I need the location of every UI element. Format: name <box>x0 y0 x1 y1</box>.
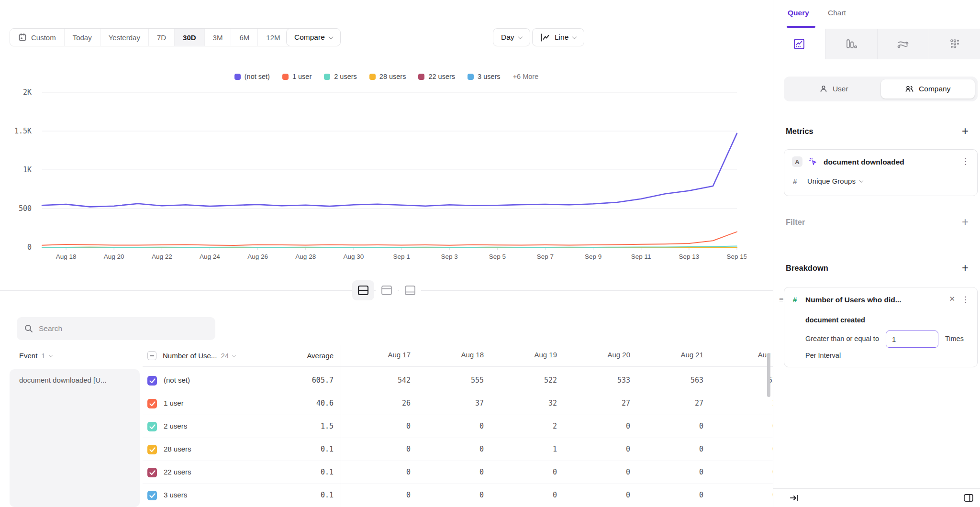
check-icon <box>149 470 156 475</box>
legend-swatch <box>324 74 330 80</box>
table-row: (not set)605.754255552253356353 <box>143 369 773 392</box>
tab-chart[interactable]: Chart <box>828 9 846 17</box>
date-column-header[interactable]: Aug 19 <box>490 351 563 359</box>
x-axis-label: Sep 3 <box>441 253 458 260</box>
breakdown-menu-button[interactable]: ⋮ <box>961 296 969 304</box>
x-axis-label: Aug 28 <box>295 253 316 260</box>
breakdown-event-name[interactable]: document created <box>805 316 865 324</box>
group-column-header[interactable]: Number of Use... 24 <box>163 352 235 360</box>
range-label: 6M <box>239 33 249 42</box>
app-root: CustomTodayYesterday7D30D3M6M12MXTD Comp… <box>0 0 980 507</box>
row-value-cell: 0 <box>709 491 773 499</box>
range-button-yesterday[interactable]: Yesterday <box>100 29 148 46</box>
chart-type-tab-matrix[interactable] <box>929 29 980 59</box>
chart-only-view-button[interactable] <box>376 280 398 300</box>
calendar-icon <box>18 33 27 42</box>
row-value-cell: 0 <box>416 491 490 499</box>
range-button-7d[interactable]: 7D <box>148 29 174 46</box>
x-axis-label: Sep 15 <box>727 253 746 260</box>
row-checkbox[interactable] <box>147 376 157 386</box>
range-button-12m[interactable]: 12M <box>257 29 288 46</box>
tab-query[interactable]: Query <box>788 9 809 17</box>
add-filter-button[interactable]: + <box>962 216 969 228</box>
row-value-cell: 0 <box>709 422 773 430</box>
table-scrollbar[interactable] <box>767 353 770 397</box>
event-column-header[interactable]: Event 1 <box>19 352 52 360</box>
group-header-label: Number of Use... <box>163 352 217 360</box>
row-checkbox[interactable] <box>147 445 157 454</box>
measure-selector[interactable]: Unique Groups <box>807 177 863 185</box>
table-only-view-button[interactable] <box>399 280 421 300</box>
breakdown-section-title: Breakdown <box>786 264 828 273</box>
chevron-down-icon <box>232 353 236 357</box>
legend-item[interactable]: 22 users <box>418 73 455 80</box>
range-button-3m[interactable]: 3M <box>204 29 231 46</box>
row-value-cell: 0 <box>563 491 636 499</box>
chart-type-tab-flow[interactable] <box>877 29 929 59</box>
date-column-header[interactable]: Aug 17 <box>343 351 416 359</box>
date-column-header[interactable]: Aug 2 <box>709 351 773 359</box>
event-cursor-icon <box>808 157 818 166</box>
legend-item[interactable]: (not set) <box>234 73 270 80</box>
chart-type-tab-line[interactable] <box>773 29 825 59</box>
metric-card[interactable]: A document downloaded ⋮ # Unique Groups <box>784 149 978 196</box>
search-box <box>17 317 215 340</box>
legend-item[interactable]: 28 users <box>369 73 406 80</box>
add-breakdown-button[interactable]: + <box>962 262 969 274</box>
x-axis-label: Aug 20 <box>104 253 124 260</box>
close-icon[interactable]: ✕ <box>949 295 955 303</box>
collapse-sidebar-icon[interactable] <box>789 494 800 502</box>
entity-option-user[interactable]: User <box>787 79 881 99</box>
row-checkbox[interactable] <box>147 422 157 431</box>
row-values: 001000 <box>343 445 773 453</box>
legend-more-button[interactable]: +6 More <box>513 73 539 80</box>
select-all-checkbox[interactable] <box>147 351 156 360</box>
view-toggle-group <box>0 280 773 300</box>
search-input[interactable] <box>39 324 197 333</box>
chart-type-button[interactable]: Line <box>532 28 584 46</box>
chart-type-tab-bar[interactable] <box>825 29 877 59</box>
range-button-today[interactable]: Today <box>64 29 100 46</box>
legend-item[interactable]: 1 user <box>282 73 312 80</box>
breakdown-condition-label[interactable]: Greater than or equal to <box>805 335 879 342</box>
row-value-cell: 542 <box>343 376 416 385</box>
legend-item[interactable]: 2 users <box>324 73 357 80</box>
times-unit-label: Times <box>945 335 964 342</box>
row-checkbox[interactable] <box>147 468 157 477</box>
row-value-cell: 0 <box>636 445 709 453</box>
series-line-1-user <box>42 232 737 245</box>
date-column-header[interactable]: Aug 20 <box>563 351 636 359</box>
check-icon <box>149 378 156 384</box>
event-list-item[interactable]: document downloaded [U... <box>19 376 132 384</box>
add-metric-button[interactable]: + <box>962 125 969 137</box>
range-label: Yesterday <box>109 33 140 42</box>
granularity-button[interactable]: Day <box>493 28 530 46</box>
breakdown-card[interactable]: # Number of Users who did... ✕ ⋮ documen… <box>784 287 978 367</box>
table-row: 2 users1.5002000 <box>143 415 773 438</box>
line-chart: 05001K1.5K2KAug 18Aug 20Aug 22Aug 24Aug … <box>0 88 746 268</box>
per-interval-label[interactable]: Per Interval <box>805 352 841 359</box>
row-checkbox[interactable] <box>147 491 157 500</box>
breakdown-property-name[interactable]: Number of Users who did... <box>805 296 902 304</box>
row-value-cell: 555 <box>416 376 490 385</box>
metric-event-name[interactable]: document downloaded <box>824 158 904 166</box>
row-value-cell: 522 <box>490 376 563 385</box>
times-value-input[interactable] <box>886 331 938 348</box>
drag-handle-icon[interactable]: ≡ <box>779 296 783 304</box>
range-label: Today <box>73 33 92 42</box>
split-view-button[interactable] <box>352 280 374 300</box>
panel-layout-icon[interactable] <box>963 494 974 502</box>
legend-item[interactable]: 3 users <box>468 73 501 80</box>
row-checkbox[interactable] <box>147 399 157 408</box>
metric-menu-button[interactable]: ⋮ <box>961 157 969 165</box>
date-column-header[interactable]: Aug 18 <box>416 351 490 359</box>
range-button-30d[interactable]: 30D <box>174 29 204 46</box>
range-button-custom[interactable]: Custom <box>10 29 64 46</box>
row-label: 3 users <box>164 491 187 499</box>
date-column-header[interactable]: Aug 21 <box>636 351 709 359</box>
compare-button[interactable]: Compare <box>286 28 341 46</box>
range-button-6m[interactable]: 6M <box>231 29 257 46</box>
x-axis-label: Aug 22 <box>152 253 172 260</box>
range-label: Custom <box>31 33 56 42</box>
entity-option-company[interactable]: Company <box>881 79 975 99</box>
